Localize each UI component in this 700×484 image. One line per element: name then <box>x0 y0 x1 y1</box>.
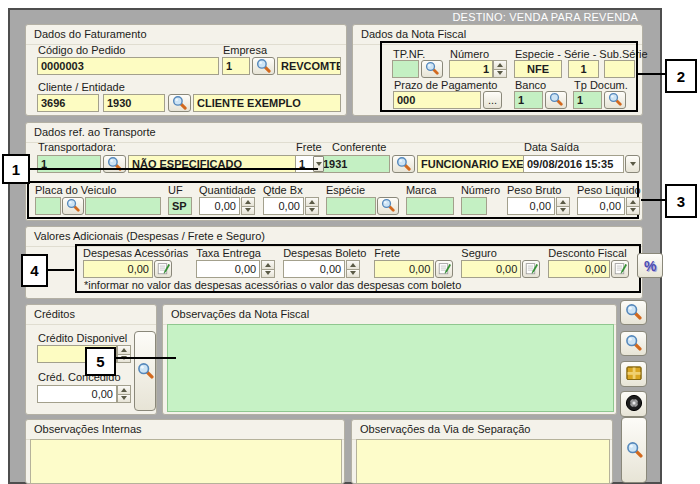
group-faturamento: Dados do Faturamento Código do Pedido 00… <box>25 24 347 116</box>
despesas-boleto-input[interactable]: 0,00 <box>283 260 345 278</box>
especie-search-button[interactable] <box>377 197 399 215</box>
prazo-pagamento-label: Prazo de Pagamento <box>394 79 497 91</box>
callout-box-5: 5 <box>85 347 116 376</box>
bottom-search-button[interactable] <box>621 417 647 483</box>
numero-column: Número <box>461 184 500 215</box>
destination-banner: DESTINO: VENDA PARA REVENDA <box>8 11 652 23</box>
taxa-entrega-spinner[interactable] <box>261 260 275 278</box>
cred-concedido-input[interactable]: 0,00 <box>37 385 117 403</box>
search-icon <box>608 92 622 108</box>
peso-bruto-spinner[interactable] <box>556 197 570 215</box>
side-search-button-2[interactable] <box>620 331 647 356</box>
group-transporte-title: Dados ref. ao Transporte <box>26 123 642 143</box>
conferente-code-input[interactable]: 1931 <box>319 155 390 173</box>
transporte-especie-input[interactable] <box>326 197 376 215</box>
search-icon <box>172 95 187 112</box>
cliente-code1-input[interactable]: 3696 <box>37 94 99 112</box>
side-search-button-1[interactable] <box>620 300 647 325</box>
uf-input[interactable]: SP <box>168 197 192 215</box>
codigo-pedido-input[interactable]: 0000003 <box>37 57 219 75</box>
quantidade-input[interactable]: 0,00 <box>199 197 240 215</box>
qtde-bx-column: Qtde Bx 0,00 <box>263 184 319 215</box>
valores-frete-label: Frete <box>374 247 453 260</box>
tpdocum-search-button[interactable] <box>604 91 626 109</box>
cliente-name-field: CLIENTE EXEMPLO <box>193 94 341 112</box>
group-faturamento-title: Dados do Faturamento <box>26 25 346 45</box>
qtde-bx-spinner[interactable] <box>305 197 319 215</box>
group-nota-fiscal-title: Dados da Nota Fiscal <box>353 25 642 45</box>
placa-code-input[interactable] <box>35 197 61 215</box>
cliente-search-button[interactable] <box>168 94 191 112</box>
qtde-bx-input[interactable]: 0,00 <box>263 197 304 215</box>
placa-input[interactable] <box>85 197 161 215</box>
numero-label: Número <box>450 48 489 60</box>
creditos-search-button[interactable] <box>134 331 156 411</box>
cliente-entidade-label: Cliente / Entidade <box>38 81 125 93</box>
empresa-code-input[interactable]: 1 <box>222 57 250 75</box>
obs-internas-textarea[interactable] <box>30 439 342 484</box>
banco-input[interactable]: 1 <box>514 91 543 109</box>
search-icon <box>549 92 563 108</box>
tpnf-search-button[interactable] <box>421 60 443 78</box>
placa-search-button[interactable] <box>62 197 84 215</box>
numero-spinner[interactable] <box>493 60 507 78</box>
conferente-search-button[interactable] <box>392 155 415 173</box>
empresa-search-button[interactable] <box>252 57 275 75</box>
spinner-down-icon[interactable] <box>493 70 507 79</box>
group-obs-internas-title: Observações Internas <box>26 420 344 440</box>
despesas-acessorias-edit-button[interactable] <box>154 260 172 278</box>
data-saida-input[interactable]: 09/08/2016 15:35 <box>523 155 624 173</box>
edit-icon <box>525 262 538 277</box>
search-icon <box>137 362 154 381</box>
quantidade-spinner[interactable] <box>241 197 255 215</box>
tpnf-input[interactable] <box>392 60 419 78</box>
percent-button[interactable]: % <box>637 253 663 278</box>
data-saida-dropdown-button[interactable] <box>625 155 640 173</box>
group-creditos-title: Créditos <box>26 305 156 325</box>
despesas-acessorias-input[interactable]: 0,00 <box>83 260 153 278</box>
frete-edit-button[interactable] <box>435 260 453 278</box>
codigo-pedido-label: Código do Pedido <box>38 44 125 56</box>
desconto-fiscal-edit-button[interactable] <box>611 260 629 278</box>
wheel-icon <box>625 394 643 414</box>
peso-bruto-column: Peso Bruto 0,00 <box>507 184 570 215</box>
tpdocum-input[interactable]: 1 <box>573 91 602 109</box>
especie-column: Espécie <box>326 184 399 215</box>
transporte-numero-input[interactable] <box>461 197 487 215</box>
cred-concedido-spinner[interactable] <box>117 385 131 403</box>
seguro-edit-button[interactable] <box>522 260 540 278</box>
peso-bruto-input[interactable]: 0,00 <box>507 197 555 215</box>
banco-search-button[interactable] <box>545 91 567 109</box>
side-wheel-button[interactable] <box>620 391 647 417</box>
prazo-pagamento-input[interactable]: 000 <box>393 91 481 109</box>
side-package-button[interactable] <box>620 361 647 387</box>
obs-separacao-textarea[interactable] <box>356 439 610 484</box>
desconto-fiscal-input[interactable]: 0,00 <box>548 260 610 278</box>
transportadora-label: Transportadora: <box>38 141 116 153</box>
serie-input[interactable]: 1 <box>568 60 599 78</box>
obs-nota-fiscal-textarea[interactable] <box>167 324 614 412</box>
transportadora-code-input[interactable]: 1 <box>37 155 101 173</box>
callout-box-4: 4 <box>21 254 48 287</box>
valores-frete-input[interactable]: 0,00 <box>374 260 434 278</box>
callout-box-2: 2 <box>665 59 697 93</box>
cliente-code2-input[interactable]: 1930 <box>103 94 165 112</box>
credito-disponivel-spinner[interactable] <box>117 345 131 363</box>
seguro-input[interactable]: 0,00 <box>461 260 521 278</box>
peso-liquido-spinner[interactable] <box>626 197 640 215</box>
taxa-entrega-input[interactable]: 0,00 <box>196 260 260 278</box>
group-nota-fiscal: Dados da Nota Fiscal TP.NF. Número 1 Esp… <box>352 24 643 116</box>
search-icon <box>625 334 642 353</box>
peso-liquido-input[interactable]: 0,00 <box>577 197 625 215</box>
transportadora-search-button[interactable] <box>103 155 126 173</box>
subserie-input[interactable] <box>604 60 635 78</box>
prazo-browse-button[interactable]: ... <box>483 91 502 109</box>
despesas-boleto-spinner[interactable] <box>346 260 360 278</box>
spinner-up-icon[interactable] <box>493 60 507 70</box>
marca-input[interactable] <box>406 197 454 215</box>
seguro-column: Seguro 0,00 <box>461 247 540 278</box>
especie-input[interactable]: NFE <box>514 60 562 78</box>
credito-disponivel-label: Crédito Disponivel <box>38 332 127 344</box>
transportadora-name-field: NÃO ESPECIFICADO <box>128 155 308 173</box>
numero-input[interactable]: 1 <box>449 60 493 78</box>
